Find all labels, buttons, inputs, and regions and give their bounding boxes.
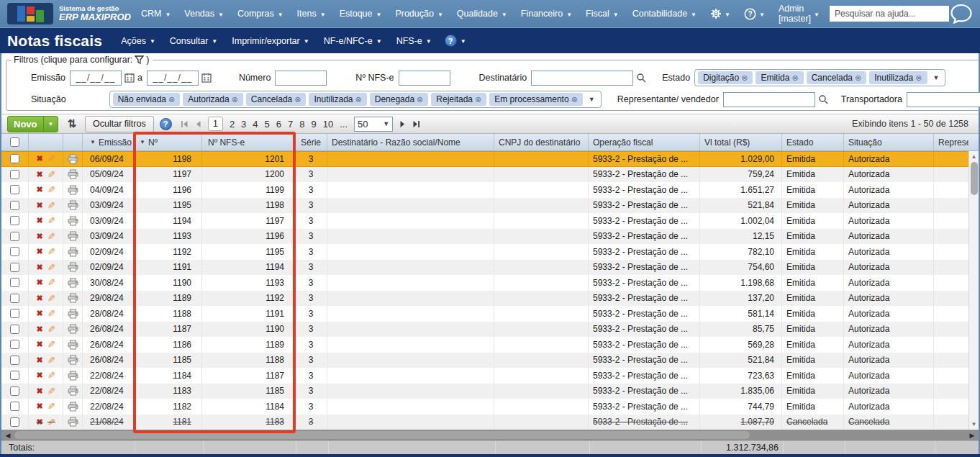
- scroll-left-icon[interactable]: ◀: [3, 432, 13, 439]
- horizontal-scroll-thumb[interactable]: [14, 431, 750, 439]
- situacao-tag[interactable]: Cancelada⊗: [246, 93, 307, 106]
- first-page-icon[interactable]: [181, 120, 189, 128]
- top-menu-financeiro[interactable]: Financeiro▼: [521, 9, 572, 19]
- header-nfse[interactable]: Nº NFS-e: [202, 134, 295, 150]
- row-checkbox[interactable]: [10, 170, 19, 179]
- printer-icon[interactable]: [68, 262, 78, 272]
- edit-icon[interactable]: ✎: [47, 200, 55, 211]
- calendar-icon[interactable]: [124, 73, 135, 83]
- printer-icon[interactable]: [68, 386, 78, 396]
- page-size-select[interactable]: 50 ▼: [354, 117, 393, 132]
- help-search-input[interactable]: [830, 6, 949, 22]
- page-menu-nf-e/nfc-e[interactable]: NF-e/NFC-e▼: [324, 36, 382, 46]
- printer-icon[interactable]: [68, 200, 78, 210]
- filters-legend[interactable]: Filtros (clique para configurar: ): [11, 55, 153, 65]
- delete-icon[interactable]: ✖: [36, 154, 42, 163]
- page-number[interactable]: 2: [230, 119, 235, 130]
- table-row[interactable]: ✖✎30/08/241190119335933-2 - Prestação de…: [1, 275, 968, 291]
- help-menu[interactable]: ? ▼: [744, 8, 765, 20]
- delete-icon[interactable]: ✖: [36, 309, 42, 318]
- row-checkbox[interactable]: [10, 402, 19, 411]
- horizontal-scrollbar[interactable]: ◀ ▶: [1, 430, 979, 440]
- remove-tag-icon[interactable]: ⊗: [294, 95, 301, 104]
- edit-icon[interactable]: ✎: [47, 153, 55, 164]
- edit-icon[interactable]: ✎: [47, 401, 55, 412]
- refresh-icon[interactable]: ⇅: [64, 117, 79, 130]
- page-menu-consultar[interactable]: Consultar▼: [170, 36, 217, 46]
- row-checkbox[interactable]: [10, 185, 19, 194]
- ocultar-filtros-button[interactable]: Ocultar filtros: [85, 116, 154, 132]
- row-checkbox[interactable]: [10, 386, 19, 396]
- chat-icon[interactable]: [949, 3, 974, 24]
- vertical-scrollbar[interactable]: ▲ ▼: [968, 151, 979, 430]
- printer-icon[interactable]: [68, 324, 78, 334]
- row-checkbox[interactable]: [10, 232, 19, 241]
- chevron-down-icon[interactable]: ▼: [930, 74, 943, 81]
- edit-icon[interactable]: ✎: [47, 370, 55, 381]
- delete-icon[interactable]: ✖: [36, 294, 42, 303]
- header-emissao[interactable]: ▼Emissão: [83, 134, 134, 150]
- page-menu-nfs-e[interactable]: NFS-e▼: [396, 36, 432, 46]
- delete-icon[interactable]: ✖: [36, 216, 42, 225]
- remove-tag-icon[interactable]: ⊗: [168, 95, 175, 104]
- row-checkbox[interactable]: [10, 247, 19, 256]
- top-menu-fiscal[interactable]: Fiscal▼: [586, 9, 619, 19]
- printer-icon[interactable]: [68, 247, 78, 257]
- estado-tag[interactable]: Cancelada⊗: [807, 71, 867, 84]
- printer-icon[interactable]: [68, 185, 78, 195]
- printer-icon[interactable]: [68, 293, 78, 303]
- table-row[interactable]: ✖✎03/09/241194119735933-2 - Prestação de…: [1, 213, 968, 229]
- delete-icon[interactable]: ✖: [36, 278, 42, 287]
- situacao-tag[interactable]: Em processamento⊗: [489, 93, 583, 106]
- header-destinatario[interactable]: Destinatário - Razão social/Nome: [327, 134, 494, 150]
- delete-icon[interactable]: ✖: [36, 185, 42, 194]
- header-operacao[interactable]: Operação fiscal: [589, 134, 700, 150]
- page-number[interactable]: 9: [312, 119, 317, 130]
- situacao-tag[interactable]: Denegada⊗: [370, 93, 429, 106]
- edit-icon[interactable]: ✎: [47, 184, 55, 195]
- estado-tag[interactable]: Inutilizada⊗: [869, 71, 927, 84]
- estado-tag[interactable]: Emitida⊗: [756, 71, 803, 84]
- table-row[interactable]: ✖✎22/08/241184118735933-2 - Prestação de…: [1, 368, 968, 384]
- numero-input[interactable]: [275, 71, 327, 86]
- vertical-scroll-thumb[interactable]: [971, 162, 978, 195]
- situacao-tag[interactable]: Inutilizada⊗: [309, 93, 366, 106]
- remove-tag-icon[interactable]: ⊗: [475, 95, 481, 104]
- table-row[interactable]: ✖✎02/09/241192119535933-2 - Prestação de…: [1, 244, 968, 260]
- printer-icon[interactable]: [68, 371, 78, 381]
- edit-icon[interactable]: ✎: [47, 324, 55, 335]
- delete-icon[interactable]: ✖: [36, 170, 42, 179]
- table-row[interactable]: ✖✎28/08/241188119135933-2 - Prestação de…: [1, 306, 968, 322]
- header-situacao[interactable]: Situação: [844, 134, 934, 150]
- edit-icon[interactable]: ✎: [47, 169, 55, 180]
- table-row[interactable]: ✖✎26/08/241186118935933-2 - Prestação de…: [1, 337, 968, 353]
- page-number[interactable]: 4: [253, 119, 258, 130]
- row-checkbox[interactable]: [10, 263, 19, 272]
- delete-icon[interactable]: ✖: [36, 402, 42, 411]
- estado-tag[interactable]: Digitação⊗: [698, 71, 753, 84]
- remove-tag-icon[interactable]: ⊗: [571, 95, 578, 104]
- printer-icon[interactable]: [68, 402, 78, 412]
- edit-icon[interactable]: ✎: [47, 215, 55, 226]
- table-row[interactable]: ✖✎04/09/241196119935933-2 - Prestação de…: [1, 182, 968, 198]
- printer-icon[interactable]: [68, 355, 78, 365]
- printer-icon[interactable]: [68, 309, 78, 319]
- last-page-icon[interactable]: [412, 120, 420, 128]
- situacao-tag[interactable]: Não enviada⊗: [113, 93, 181, 106]
- select-all-checkbox[interactable]: [10, 137, 19, 147]
- table-row[interactable]: ✖✎03/09/241193119635933-2 - Prestação de…: [1, 229, 968, 245]
- remove-tag-icon[interactable]: ⊗: [232, 95, 238, 104]
- top-menu-itens[interactable]: Itens▼: [297, 9, 326, 19]
- top-menu-compras[interactable]: Compras▼: [237, 9, 283, 19]
- edit-icon[interactable]: ✎: [47, 339, 55, 350]
- printer-icon[interactable]: [68, 169, 78, 179]
- edit-icon[interactable]: ✎: [47, 246, 55, 257]
- destinatario-input[interactable]: [531, 71, 633, 86]
- edit-icon[interactable]: ✎: [47, 277, 55, 288]
- table-row[interactable]: ✖✎29/08/241189119235933-2 - Prestação de…: [1, 291, 968, 307]
- delete-icon[interactable]: ✖: [36, 340, 42, 349]
- edit-icon[interactable]: ✎: [47, 386, 55, 397]
- search-icon[interactable]: [818, 94, 828, 104]
- emissao-from-input[interactable]: __/__/__: [70, 71, 122, 86]
- table-row[interactable]: ✖✎22/08/241182118435933-2 - Prestação de…: [1, 399, 968, 415]
